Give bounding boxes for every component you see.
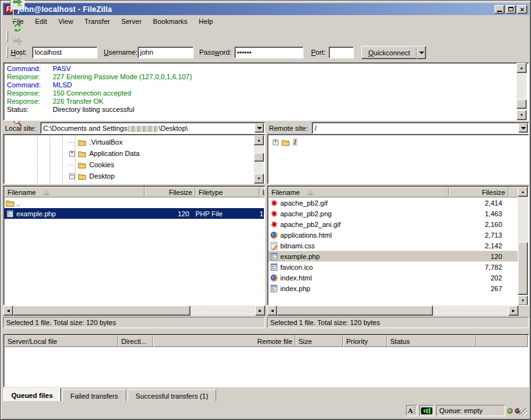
speed-limit-indicator-icon[interactable] (419, 405, 434, 416)
local-list-hscrollbar[interactable]: ◀ ▶ (3, 306, 265, 316)
username-input[interactable]: john (138, 47, 194, 58)
menu-item[interactable]: Edit (30, 16, 53, 26)
log-line: Command:MLSD (7, 81, 516, 89)
scroll-down-icon[interactable]: ▼ (518, 296, 528, 306)
queue-column-header[interactable]: Remote file (153, 335, 295, 347)
tree-item-label[interactable]: Cookies (89, 161, 114, 169)
file-row[interactable]: .. (4, 197, 264, 208)
column-header-filesize[interactable]: Filesize (449, 187, 508, 197)
tree-item[interactable]: −Desktop (69, 170, 114, 182)
scroll-right-icon[interactable]: ▶ (255, 306, 265, 316)
tree-expander[interactable]: + (69, 151, 75, 157)
local-site-dropdown[interactable] (255, 123, 264, 133)
file-row[interactable]: applications.html 2,713 (268, 229, 518, 240)
local-tree-scrollbar[interactable]: ▲ ▼ (254, 135, 264, 184)
remote-site-bar: Remote site: / (267, 122, 529, 134)
file-row[interactable]: apache_pb2_ani.gif 2,160 (268, 219, 518, 229)
quickconnect-dropdown[interactable] (417, 46, 426, 59)
file-row[interactable]: example.php 120 PHP File 1 (4, 208, 264, 219)
scroll-thumb[interactable] (518, 242, 528, 295)
scroll-thumb[interactable] (277, 306, 433, 316)
column-header-filetype[interactable]: Filetype (195, 187, 260, 197)
queue-column-header[interactable]: Size (295, 335, 343, 347)
queue-tab[interactable]: Successful transfers (1) (128, 389, 217, 401)
scroll-down-icon[interactable]: ▼ (517, 110, 527, 120)
scroll-up-icon[interactable]: ▲ (518, 187, 528, 197)
tree-item[interactable]: Cookies (69, 159, 114, 170)
file-row[interactable]: apache_pb2.png 1,463 (268, 208, 518, 219)
menu-item[interactable]: Server (116, 16, 147, 26)
file-row[interactable]: index.html 202 (268, 272, 518, 283)
file-row[interactable]: favicon.ico 7,782 (268, 262, 518, 272)
message-log[interactable]: Command:PASV Response:227 Entering Passi… (3, 62, 529, 121)
menu-item[interactable]: View (53, 16, 79, 26)
tree-item-label[interactable]: .VirtualBox (89, 138, 123, 146)
file-row[interactable]: apache_pb2.gif 2,414 (268, 197, 518, 208)
scroll-left-icon[interactable]: ◀ (3, 306, 13, 316)
column-header-modified[interactable]: L (260, 187, 265, 197)
transfer-queue[interactable]: Server/Local fileDirecti...Remote fileSi… (3, 334, 529, 387)
activity-led-receive (507, 408, 513, 414)
queue-column-header[interactable]: Directi... (118, 335, 153, 347)
remote-site-combobox[interactable]: / (312, 122, 529, 134)
data-type-indicator-icon[interactable]: A (406, 405, 417, 416)
host-input[interactable]: localhost (32, 47, 97, 58)
file-row[interactable]: index.php 267 (268, 283, 518, 294)
queue-column-header[interactable]: Status (387, 335, 476, 347)
tree-item-root[interactable]: / (293, 138, 297, 146)
queue-tabs: Queued filesFailed transfersSuccessful t… (3, 388, 217, 401)
queue-column-header[interactable]: Priority (343, 335, 387, 347)
menu-item[interactable]: Bookmarks (147, 16, 193, 26)
status-bar: A Queue: empty (3, 403, 529, 418)
scroll-left-icon[interactable]: ◀ (267, 306, 277, 316)
queue-header: Server/Local fileDirecti...Remote fileSi… (4, 335, 528, 347)
scroll-up-icon[interactable]: ▲ (254, 135, 264, 145)
scroll-thumb[interactable] (517, 99, 527, 109)
scroll-down-icon[interactable]: ▼ (254, 174, 264, 184)
resize-grip[interactable] (519, 408, 527, 416)
port-input[interactable] (329, 47, 354, 58)
scroll-thumb[interactable] (13, 306, 190, 316)
close-button[interactable]: × (517, 5, 527, 14)
tree-expander[interactable]: − (69, 174, 75, 179)
toggle-transfer-queue-button[interactable] (10, 0, 25, 9)
tree-item-label[interactable]: Application Data (89, 150, 140, 157)
file-row[interactable]: example.php 120 (268, 251, 518, 262)
refresh-button[interactable] (10, 21, 25, 35)
remote-directory-tree[interactable]: + / (267, 134, 529, 184)
remote-list-hscrollbar[interactable]: ◀ ▶ (267, 306, 518, 316)
queue-tab[interactable]: Queued files (3, 388, 61, 401)
remote-list-scrollbar[interactable]: ▲ ▼ (518, 187, 528, 306)
tree-expander[interactable]: + (273, 140, 278, 145)
scroll-right-icon[interactable]: ▶ (508, 306, 518, 316)
quickconnect-button[interactable]: Quickconnect (361, 46, 417, 59)
minimize-button[interactable] (495, 5, 505, 14)
local-site-combobox[interactable]: C:\Documents and Settings\Desktop\ (40, 122, 265, 134)
menu-item[interactable]: Transfer (79, 16, 116, 26)
remote-site-dropdown[interactable] (518, 123, 528, 133)
toolbar-grip[interactable] (6, 30, 8, 41)
column-header-filename[interactable]: Filename (268, 187, 449, 197)
scroll-thumb[interactable] (254, 153, 264, 162)
tree-item[interactable]: .VirtualBox (69, 136, 123, 148)
quickconnect-grip[interactable] (6, 47, 8, 58)
local-file-list[interactable]: Filename Filesize Filetype L .. example.… (3, 185, 265, 306)
tree-item-label[interactable]: Desktop (89, 172, 114, 180)
queue-column-header[interactable]: Server/Local file (4, 335, 118, 347)
maximize-button[interactable] (506, 5, 516, 14)
menu-item[interactable]: Help (193, 16, 219, 26)
password-input[interactable]: •••••• (234, 47, 304, 58)
title-bar[interactable]: Fz john@localhost - FileZilla × (3, 3, 529, 15)
queue-column-header[interactable] (476, 335, 528, 347)
file-row[interactable]: bitnami.css 2,142 (268, 240, 518, 251)
tree-item[interactable]: +Application Data (69, 148, 140, 159)
remote-file-list[interactable]: Filename Filesize apache_pb2.gif 2,414 a… (267, 185, 529, 306)
scroll-up-icon[interactable]: ▲ (517, 63, 527, 73)
queue-tab[interactable]: Failed transfers (62, 389, 126, 401)
host-label: Host: (11, 48, 27, 56)
folder-icon (77, 172, 87, 180)
column-header-filename[interactable]: Filename (4, 187, 145, 197)
local-directory-tree[interactable]: .VirtualBox+Application DataCookies−Desk… (3, 134, 265, 184)
log-scrollbar[interactable]: ▲ ▼ (517, 63, 527, 120)
column-header-filesize[interactable]: Filesize (145, 187, 195, 197)
